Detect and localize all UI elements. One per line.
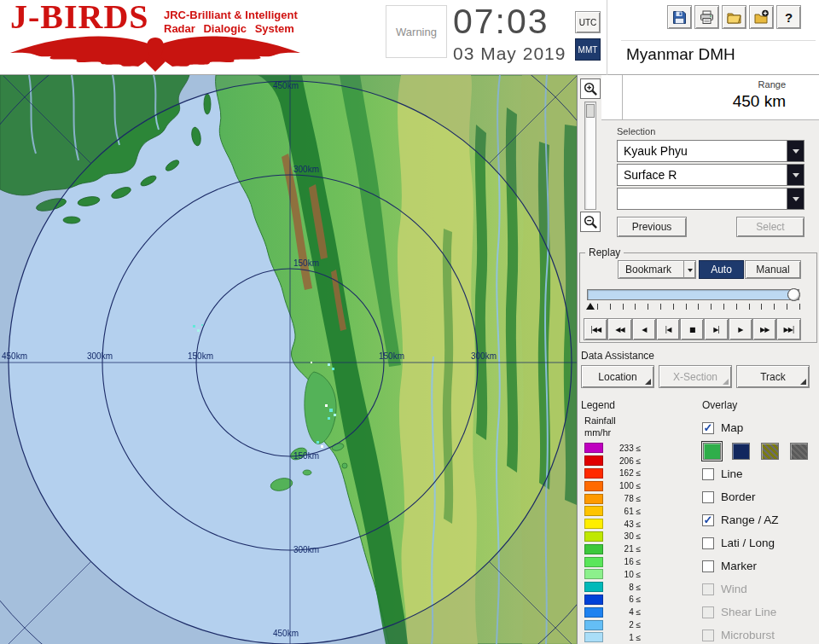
legend-value: 162 ≤ [603, 468, 641, 478]
utc-button[interactable]: UTC [575, 11, 601, 33]
data-assistance-label: Data Assistance [581, 350, 654, 362]
date-display: 03 May 2019 [453, 44, 566, 64]
replay-timeline-slider[interactable] [587, 289, 799, 300]
overlay-item-marker[interactable]: Marker [702, 554, 818, 577]
warning-label: Warning [396, 26, 437, 38]
range-ring-label: 150km [293, 258, 319, 268]
chevron-down-icon [683, 261, 695, 278]
zoom-slider[interactable] [584, 102, 596, 210]
checkbox [702, 583, 714, 595]
legend-row: 8 ≤ [584, 581, 641, 594]
corner-arrow-icon [800, 379, 806, 385]
help-button[interactable]: ? [776, 5, 801, 29]
zoom-in-button[interactable] [580, 78, 601, 99]
zoom-out-button[interactable] [580, 212, 601, 232]
option-dropdown[interactable] [617, 188, 804, 210]
product-dropdown[interactable]: Surface R [617, 164, 804, 186]
playback-step-back-button[interactable]: |◀ [656, 318, 680, 340]
playback-skip-to-end-button[interactable]: ▶▶| [776, 318, 800, 340]
add-view-button[interactable] [749, 5, 774, 29]
site-dropdown-value: Kyauk Phyu [618, 141, 787, 161]
eagle-icon [7, 32, 304, 72]
legend-color-swatch [584, 443, 603, 453]
checkbox[interactable] [702, 560, 714, 572]
map-style-gray-button[interactable] [790, 443, 808, 460]
overlay-item-line[interactable]: Line [702, 462, 818, 485]
open-folder-button[interactable] [722, 5, 746, 29]
playback-play-button[interactable]: ▶ [729, 318, 752, 340]
da-button-label: X-Section [673, 371, 717, 383]
chevron-down-icon[interactable] [787, 141, 804, 161]
warning-indicator[interactable]: Warning [386, 5, 447, 58]
mmt-button[interactable]: MMT [575, 38, 601, 61]
site-dropdown[interactable]: Kyauk Phyu [617, 140, 804, 162]
selection-label: Selection [617, 126, 655, 136]
radar-map-canvas: 450km300km150km150km300km150km300km450km… [0, 75, 577, 644]
overlay-item-lati-long[interactable]: Lati / Long [702, 531, 818, 554]
legend-color-swatch [584, 531, 603, 542]
playback-rewind-button[interactable]: ◀◀ [607, 318, 631, 340]
checkbox[interactable] [702, 537, 714, 549]
overlay-item-label: Microburst [721, 629, 775, 641]
map-style-olive-button[interactable] [761, 443, 779, 460]
rainfall-legend: 233 ≤206 ≤162 ≤100 ≤78 ≤61 ≤43 ≤30 ≤21 ≤… [584, 442, 641, 644]
playback-fast-forward-button[interactable]: ▶▶ [752, 318, 776, 340]
overlay-section-label: Overlay [702, 399, 737, 411]
legend-row: 21 ≤ [584, 542, 641, 555]
legend-color-swatch [584, 481, 603, 491]
legend-value: 233 ≤ [603, 444, 641, 453]
corner-arrow-icon [645, 379, 651, 385]
checkbox [702, 606, 714, 618]
manual-mode-button[interactable]: Manual [745, 260, 801, 279]
map-style-navy-button[interactable] [732, 443, 750, 460]
save-icon [671, 9, 688, 26]
print-button[interactable] [694, 5, 719, 29]
legend-color-swatch [584, 519, 603, 529]
overlay-item-range-az[interactable]: ✓Range / AZ [702, 508, 818, 531]
bookmark-button[interactable]: Bookmark [618, 260, 696, 279]
legend-row: 43 ≤ [584, 518, 641, 531]
overlay-item-border[interactable]: Border [702, 485, 818, 508]
legend-row: 100 ≤ [584, 479, 641, 492]
checkbox[interactable] [702, 491, 714, 503]
slider-handle[interactable] [787, 288, 800, 301]
auto-mode-button[interactable]: Auto [699, 260, 744, 279]
zoom-in-icon [583, 81, 599, 97]
legend-value: 78 ≤ [603, 494, 641, 503]
clock: 07:03 03 May 2019 [453, 2, 566, 64]
chevron-down-icon[interactable] [787, 189, 804, 209]
checkbox[interactable] [702, 468, 714, 480]
checkbox[interactable]: ✓ [702, 514, 714, 526]
checkbox[interactable]: ✓ [702, 422, 714, 434]
range-ring-label: 150km [379, 351, 404, 361]
da-button-label: Track [760, 371, 786, 383]
playback-skip-to-start-button[interactable]: |◀◀ [584, 318, 607, 340]
range-ring-label: 450km [2, 351, 27, 361]
radar-map[interactable]: 450km300km150km150km300km150km300km450km… [0, 75, 577, 644]
legend-value: 21 ≤ [603, 544, 641, 554]
overlay-item-map[interactable]: ✓Map [702, 416, 818, 439]
map-style-terrain-button[interactable] [703, 443, 721, 460]
help-icon: ? [785, 10, 793, 25]
zoom-slider-thumb[interactable] [586, 104, 595, 118]
range-divider [622, 75, 623, 120]
da-track-button[interactable]: Track [736, 365, 810, 388]
folder-icon [726, 9, 742, 26]
da-location-button[interactable]: Location [581, 365, 654, 388]
save-button[interactable] [667, 5, 692, 29]
range-ring-label: 300km [293, 545, 319, 554]
playback-stop-button[interactable]: ■ [680, 318, 704, 340]
legend-value: 61 ≤ [603, 507, 641, 516]
legend-value: 206 ≤ [603, 456, 641, 466]
chevron-down-icon[interactable] [787, 165, 804, 185]
overlay-item-label: Lati / Long [721, 537, 775, 549]
legend-row: 162 ≤ [584, 467, 641, 480]
overlay-item-label: Range / AZ [721, 513, 779, 526]
legend-color-swatch [584, 620, 603, 630]
select-button[interactable]: Select [736, 217, 804, 237]
playback-play-back-button[interactable]: ◀ [632, 318, 656, 340]
legend-value: 4 ≤ [603, 607, 641, 617]
legend-color-swatch [584, 494, 603, 504]
playback-step-forward-button[interactable]: ▶| [704, 318, 728, 340]
previous-button[interactable]: Previous [617, 217, 687, 237]
